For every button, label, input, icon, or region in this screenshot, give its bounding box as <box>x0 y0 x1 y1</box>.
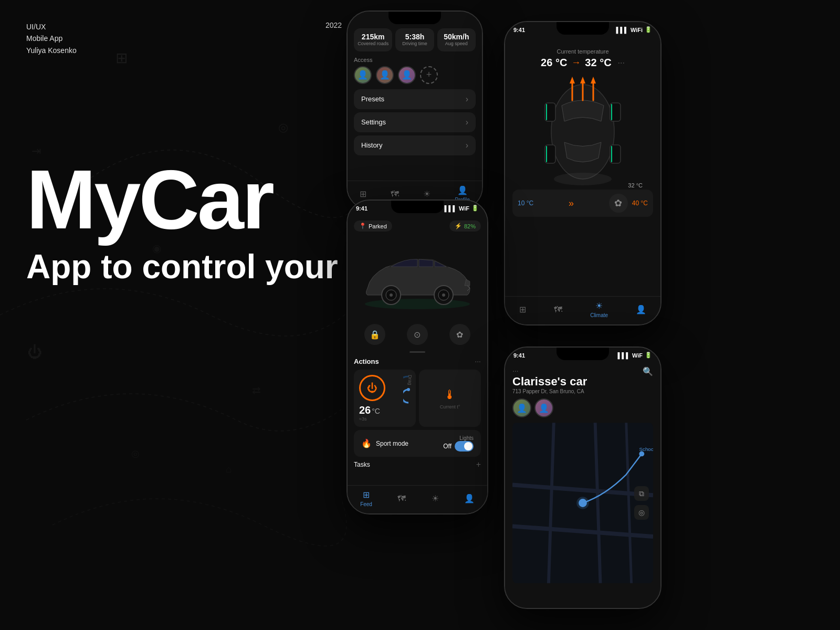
avatar-2[interactable]: 👤 <box>376 66 394 84</box>
grid-icon: ⊞ <box>360 189 366 199</box>
phone-map: 9:41 ▌▌▌ WiF 🔋 ··· Clarisse's car 713 Pa… <box>504 346 662 609</box>
car-showcase <box>354 236 481 320</box>
sport-mode-card[interactable]: 🔥 Sport mode Lights Off <box>354 430 481 457</box>
settings-label: Settings <box>361 118 386 126</box>
history-label: History <box>361 141 382 149</box>
avatar-3[interactable]: 👤 <box>398 66 416 84</box>
nav2-grid-icon: ⊞ <box>519 304 526 314</box>
nav3-map[interactable]: 🗺 <box>397 494 406 503</box>
lights-toggle[interactable] <box>455 441 474 452</box>
lock-button[interactable]: 🔒 <box>364 324 385 345</box>
phone4-time: 9:41 <box>513 352 525 359</box>
parked-badge: 📍 Parked <box>354 220 392 232</box>
svg-marker-20 <box>580 77 585 83</box>
phone4-battery: 🔋 <box>645 352 652 359</box>
settings-row[interactable]: Settings › <box>354 112 476 132</box>
history-row[interactable]: History › <box>354 135 476 155</box>
bottom-temp: 32 °C <box>628 182 643 188</box>
nav2-map[interactable]: 🗺 <box>554 305 562 314</box>
nav3-sun[interactable]: ☀ <box>432 494 439 503</box>
nav3-person[interactable]: 👤 <box>464 494 475 503</box>
phone3-wifi: WiF <box>459 205 469 212</box>
car-name: Clarisse's car <box>512 375 587 388</box>
map-avatar-2[interactable]: 👤 <box>534 398 553 417</box>
power-card[interactable]: ⏻ 26 °C ≈3s Drag <box>354 370 416 427</box>
search-icon[interactable]: 🔍 <box>643 366 653 376</box>
category-label: UI/UX <box>26 21 77 33</box>
stat-driving-value: 5:38h <box>398 33 430 41</box>
climate-temp-right: 40 °C <box>632 200 648 207</box>
svg-rect-16 <box>611 146 612 162</box>
tasks-add-icon[interactable]: + <box>476 460 481 469</box>
nav3-person-icon: 👤 <box>464 494 475 503</box>
power-button[interactable]: ⏻ <box>359 375 385 401</box>
nav3-feed[interactable]: ⊞ Feed <box>360 490 372 507</box>
battery-level: 82% <box>464 223 476 229</box>
add-avatar-button[interactable]: + <box>420 66 438 84</box>
presets-row[interactable]: Presets › <box>354 89 476 109</box>
toggle-knob <box>464 442 472 450</box>
stat-speed-value: 50km/h <box>440 33 472 41</box>
hold-label: ≈3s <box>359 416 411 422</box>
svg-marker-22 <box>591 77 596 83</box>
fan-icon[interactable]: ✿ <box>609 194 628 213</box>
hero-section: MyCar App to control your car <box>26 158 398 287</box>
svg-point-31 <box>407 388 410 391</box>
nav1-grid[interactable]: ⊞ <box>360 189 366 199</box>
access-label: Access <box>354 57 476 63</box>
actions-grid: ⏻ 26 °C ≈3s Drag <box>354 370 481 427</box>
car-top-view: 32 °C <box>512 74 653 190</box>
actions-header: Actions ··· <box>354 357 481 365</box>
nav1-sun[interactable]: ☀ <box>423 189 430 199</box>
phone3-signal: ▌▌▌ <box>445 205 457 212</box>
svg-text:◎: ◎ <box>278 121 288 134</box>
avatar-1[interactable]: 👤 <box>354 66 372 84</box>
sport-mode-icon: 🔥 <box>361 438 372 448</box>
hero-subtitle: App to control your car <box>26 247 398 287</box>
year-label: 2022 <box>326 21 342 29</box>
parking-icon: 📍 <box>359 223 366 229</box>
nav1-map[interactable]: 🗺 <box>391 190 399 199</box>
stat-covered-label: Covered roads <box>357 41 389 47</box>
battery-icon: 🔋 <box>645 26 652 33</box>
phone3-battery: 🔋 <box>471 205 479 212</box>
lights-label: Lights <box>443 435 474 441</box>
temp-gauge-label: Current t° <box>440 404 460 410</box>
wifi-icon: WiFi <box>631 27 643 33</box>
phone3-bottom-nav: ⊞ Feed 🗺 ☀ 👤 <box>348 485 487 513</box>
tasks-label: Tasks <box>354 461 370 468</box>
target-button[interactable]: ⊙ <box>407 324 428 345</box>
stat-covered: 215km Covered roads <box>354 28 392 51</box>
svg-point-30 <box>442 293 445 297</box>
nav2-person[interactable]: 👤 <box>636 304 646 314</box>
profile-icon: 👤 <box>457 185 468 195</box>
fan-button[interactable]: ✿ <box>449 324 470 345</box>
phone2-bottom-nav: ⊞ 🗺 ☀ Climate 👤 <box>505 296 660 324</box>
phone2-time: 9:41 <box>513 27 525 33</box>
phone4-wifi: WiF <box>632 352 643 359</box>
author-label: Yuliya Kosenko <box>26 45 77 56</box>
orange-arrows-icon: » <box>538 198 605 209</box>
actions-title: Actions <box>354 358 379 365</box>
nav2-climate-label: Climate <box>590 312 608 318</box>
svg-point-23 <box>554 173 612 185</box>
layers-button[interactable]: ⧉ <box>634 486 649 501</box>
actions-more-icon[interactable]: ··· <box>475 357 481 365</box>
nav3-sun-icon: ☀ <box>432 494 439 503</box>
temp-arrow-icon: → <box>571 57 581 68</box>
nav3-feed-icon: ⊞ <box>363 490 370 500</box>
phone-history: 215km Covered roads 5:38h Driving time 5… <box>346 10 483 210</box>
nav2-climate[interactable]: ☀ Climate <box>590 301 608 318</box>
map-avatar-1[interactable]: 👤 <box>512 398 531 417</box>
bolt-icon: ⚡ <box>455 223 462 229</box>
svg-point-27 <box>390 293 393 297</box>
stat-driving-label: Driving time <box>398 41 430 47</box>
map-more-icon[interactable]: ··· <box>512 366 519 375</box>
location-button[interactable]: ◎ <box>634 505 649 520</box>
nav3-map-icon: 🗺 <box>397 494 406 503</box>
nav2-grid[interactable]: ⊞ <box>519 304 526 314</box>
phone4-status: 9:41 ▌▌▌ WiF 🔋 <box>513 352 652 359</box>
climate-card[interactable]: 🌡 Current t° <box>419 370 481 427</box>
more-options-icon[interactable]: ··· <box>618 58 625 68</box>
history-chevron: › <box>466 141 468 150</box>
